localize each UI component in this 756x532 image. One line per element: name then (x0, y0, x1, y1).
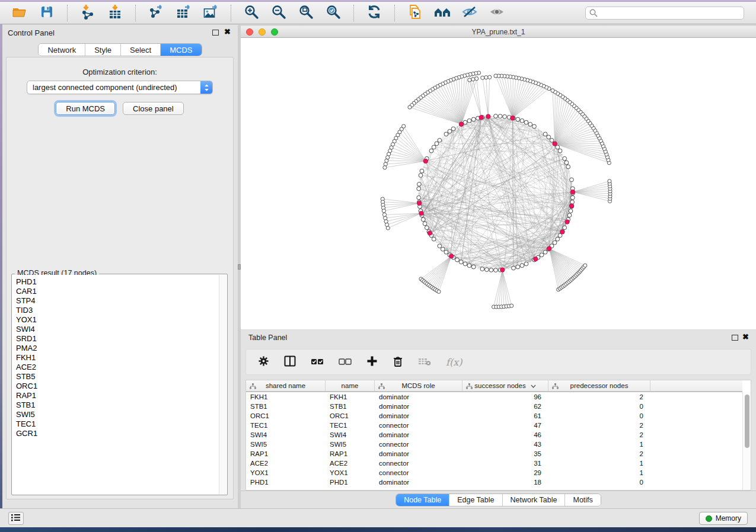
tab-node-table[interactable]: Node Table (396, 494, 449, 506)
add-column-button[interactable] (366, 355, 378, 368)
mcds-node[interactable] (428, 231, 432, 235)
close-panel-button[interactable]: Close panel (123, 102, 184, 115)
mcds-node[interactable] (570, 190, 575, 194)
network-node[interactable] (432, 145, 436, 149)
import-network-button[interactable] (75, 4, 100, 23)
network-node[interactable] (569, 209, 573, 213)
satellite-node[interactable] (386, 226, 390, 230)
result-list-item[interactable]: PHD1 (12, 277, 219, 287)
satellite-node[interactable] (551, 89, 554, 92)
result-list-item[interactable]: STP4 (12, 296, 219, 306)
network-node[interactable] (429, 149, 433, 153)
network-node[interactable] (563, 156, 567, 161)
mcds-node[interactable] (449, 254, 454, 258)
result-list-item[interactable]: CAR1 (12, 287, 219, 296)
network-node[interactable] (532, 124, 537, 129)
table-row[interactable]: STB1STB1dominator620 (246, 402, 742, 411)
network-node[interactable] (467, 118, 471, 123)
table-row[interactable]: RAP1RAP1dominator352 (246, 449, 742, 459)
network-node[interactable] (520, 118, 524, 123)
column-header-MCDS-role[interactable]: MCDS role (375, 380, 462, 391)
result-list-item[interactable]: RAP1 (12, 391, 219, 400)
import-table-button[interactable] (103, 4, 127, 23)
network-node[interactable] (570, 196, 575, 200)
select-all-button[interactable] (311, 357, 324, 368)
network-node[interactable] (444, 250, 448, 254)
result-list-item[interactable]: STB5 (12, 372, 219, 382)
network-node[interactable] (503, 115, 507, 119)
result-list-item[interactable]: PMA2 (12, 344, 219, 353)
satellite-node[interactable] (494, 74, 497, 78)
network-node[interactable] (524, 262, 528, 266)
export-network-button[interactable] (143, 4, 168, 23)
network-node[interactable] (451, 127, 455, 131)
show-all-button[interactable] (484, 4, 509, 23)
result-list-item[interactable]: ORC1 (12, 382, 219, 391)
network-node[interactable] (553, 241, 557, 245)
result-list-item[interactable]: ACE2 (12, 363, 219, 372)
satellite-node[interactable] (408, 105, 412, 109)
mcds-node[interactable] (486, 114, 490, 118)
table-row[interactable]: ORC1ORC1dominator610 (246, 411, 742, 421)
network-node[interactable] (494, 268, 498, 273)
network-node[interactable] (516, 265, 520, 269)
tab-mcds[interactable]: MCDS (161, 44, 201, 56)
delete-table-button[interactable] (418, 357, 431, 368)
run-mcds-button[interactable]: Run MCDS (56, 102, 115, 115)
network-node[interactable] (512, 266, 516, 270)
refresh-view-button[interactable] (362, 4, 387, 23)
network-node[interactable] (489, 268, 493, 272)
clone-network-button[interactable] (403, 4, 428, 23)
tab-motifs[interactable]: Motifs (565, 494, 600, 506)
network-node[interactable] (570, 200, 575, 204)
table-row[interactable]: PHD1PHD1dominator180 (246, 477, 742, 487)
table-row[interactable]: YOX1YOX1connector291 (246, 468, 742, 477)
network-node[interactable] (516, 117, 520, 121)
tab-edge-table[interactable]: Edge Table (449, 494, 502, 506)
zoom-selected-button[interactable] (321, 4, 346, 23)
network-node[interactable] (543, 250, 547, 254)
table-row[interactable]: ACE2ACE2connector311 (246, 459, 742, 468)
fit-content-button[interactable] (294, 4, 318, 23)
deselect-all-button[interactable] (339, 357, 352, 368)
mcds-node[interactable] (553, 142, 557, 146)
network-node[interactable] (421, 217, 425, 222)
network-node[interactable] (435, 142, 439, 146)
network-node[interactable] (550, 138, 554, 142)
satellite-node[interactable] (384, 162, 387, 166)
satellite-node[interactable] (468, 78, 471, 82)
satellite-node[interactable] (471, 78, 475, 81)
optimization-criterion-select[interactable]: largest connected component (undirected) (27, 81, 213, 94)
satellite-node[interactable] (382, 209, 385, 213)
network-node[interactable] (471, 117, 476, 121)
table-row[interactable]: TEC1TEC1connector472 (246, 421, 742, 430)
network-node[interactable] (563, 226, 567, 230)
split-panel-button[interactable] (284, 355, 296, 368)
result-list-item[interactable]: FKH1 (12, 353, 219, 363)
table-scrollbar-thumb[interactable] (745, 395, 749, 448)
function-builder-button[interactable]: f(x) (446, 357, 462, 368)
satellite-node[interactable] (488, 75, 492, 79)
delete-column-button[interactable] (393, 355, 403, 369)
mcds-result-list[interactable]: PHD1CAR1STP4TID3YOX1SWI4SRD1PMA2FKH1ACE2… (12, 275, 219, 494)
zoom-out-button[interactable] (266, 4, 291, 23)
network-node[interactable] (448, 129, 452, 133)
network-node[interactable] (540, 253, 544, 257)
satellite-node[interactable] (583, 264, 587, 267)
result-list-item[interactable]: YOX1 (12, 315, 219, 325)
column-header-name[interactable]: name (326, 380, 375, 391)
result-list-item[interactable]: TEC1 (12, 419, 219, 429)
first-neighbors-button[interactable] (430, 4, 455, 23)
network-node[interactable] (455, 258, 460, 262)
table-row[interactable]: FKH1FKH1dominator962 (246, 392, 742, 402)
table-row[interactable]: SWI4SWI4dominator462 (246, 430, 742, 440)
network-node[interactable] (543, 132, 547, 136)
tab-network-table[interactable]: Network Table (503, 494, 566, 506)
network-node[interactable] (423, 222, 427, 226)
network-node[interactable] (417, 187, 421, 191)
network-node[interactable] (480, 267, 484, 271)
satellite-node[interactable] (383, 166, 387, 169)
open-session-button[interactable] (7, 4, 32, 23)
mcds-node[interactable] (419, 211, 423, 215)
network-node[interactable] (567, 213, 572, 217)
